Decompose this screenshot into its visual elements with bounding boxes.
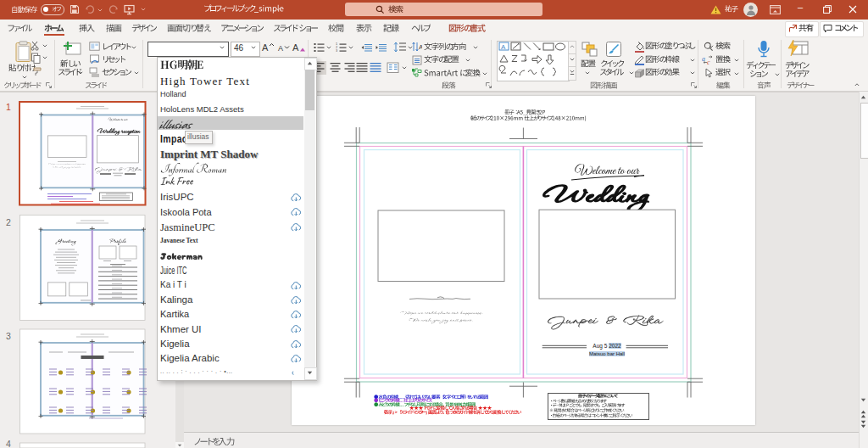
- svg-text:3: 3: [6, 331, 11, 341]
- svg-text:1: 1: [6, 102, 11, 112]
- svg-text:4: 4: [6, 439, 11, 448]
- svg-text:3: 3: [336, 49, 337, 53]
- svg-text:c: c: [707, 59, 710, 65]
- svg-text:A: A: [419, 43, 422, 51]
- svg-text:2: 2: [6, 217, 11, 227]
- svg-text:A: A: [501, 43, 506, 51]
